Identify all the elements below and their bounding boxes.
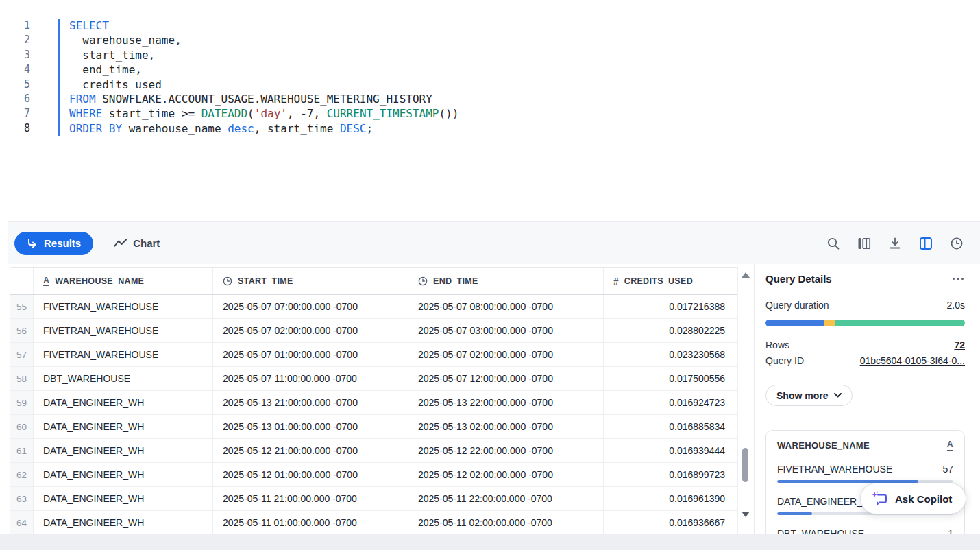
sql-editor[interactable]: 1SELECT2 warehouse_name,3 start_time,4 e… xyxy=(8,0,980,221)
scroll-down-icon[interactable] xyxy=(742,512,750,517)
cell-credits-used[interactable]: 0.016939444 xyxy=(604,439,737,462)
cell-warehouse-name[interactable]: DATA_ENGINEER_WH xyxy=(34,511,213,534)
history-icon xyxy=(950,237,964,250)
rows-count-link[interactable]: 72 xyxy=(954,339,965,350)
row-number: 62 xyxy=(10,463,34,486)
cell-credits-used[interactable]: 0.016924723 xyxy=(604,391,737,414)
cell-end-time[interactable]: 2025-05-11 02:00:00.000 -0700 xyxy=(408,511,604,534)
table-row[interactable]: 55FIVETRAN_WAREHOUSE2025-05-07 07:00:00.… xyxy=(10,295,737,319)
cell-warehouse-name[interactable]: DATA_ENGINEER_WH xyxy=(34,391,213,414)
cell-warehouse-name[interactable]: DATA_ENGINEER_WH xyxy=(34,487,213,510)
number-type-icon: # xyxy=(613,276,619,287)
cell-warehouse-name[interactable]: FIVETRAN_WAREHOUSE xyxy=(34,343,213,366)
cell-end-time[interactable]: 2025-05-13 22:00:00.000 -0700 xyxy=(408,391,604,414)
cell-start-time[interactable]: 2025-05-07 07:00:00.000 -0700 xyxy=(213,295,408,318)
row-number: 63 xyxy=(10,487,34,510)
results-scrollbar[interactable] xyxy=(737,264,754,534)
cell-credits-used[interactable]: 0.028802225 xyxy=(604,319,737,342)
snowflake-worksheet: 1SELECT2 warehouse_name,3 start_time,4 e… xyxy=(0,0,980,550)
tab-chart[interactable]: Chart xyxy=(110,237,164,250)
columns-button[interactable] xyxy=(857,237,871,250)
cell-credits-used[interactable]: 0.023230568 xyxy=(604,343,737,366)
scroll-up-icon[interactable] xyxy=(742,272,750,278)
cell-warehouse-name[interactable]: DATA_ENGINEER_WH xyxy=(34,415,213,438)
cell-end-time[interactable]: 2025-05-07 03:00:00.000 -0700 xyxy=(408,319,604,342)
column-header-credits_used[interactable]: #CREDITS_USED xyxy=(604,268,737,294)
cell-start-time[interactable]: 2025-05-11 01:00:00.000 -0700 xyxy=(213,511,408,534)
show-more-button[interactable]: Show more xyxy=(765,385,853,406)
query-id-link[interactable]: 01bc5604-0105-3f64-0... xyxy=(860,355,965,366)
cell-warehouse-name[interactable]: FIVETRAN_WAREHOUSE xyxy=(34,295,213,318)
history-button[interactable] xyxy=(950,237,964,250)
line-number: 3 xyxy=(8,48,30,62)
split-panel-button[interactable] xyxy=(919,237,933,250)
line-number: 7 xyxy=(8,106,30,121)
code-line[interactable]: 7WHERE start_time >= DATEADD('day', -7, … xyxy=(8,106,980,121)
scrollbar-thumb[interactable] xyxy=(742,448,748,482)
cell-end-time[interactable]: 2025-05-07 12:00:00.000 -0700 xyxy=(408,367,604,390)
table-row[interactable]: 61DATA_ENGINEER_WH2025-05-12 21:00:00.00… xyxy=(10,439,737,463)
cell-credits-used[interactable]: 0.017500556 xyxy=(604,367,737,390)
table-row[interactable]: 60DATA_ENGINEER_WH2025-05-13 01:00:00.00… xyxy=(10,415,737,439)
cell-end-time[interactable]: 2025-05-07 08:00:00.000 -0700 xyxy=(408,295,604,318)
cell-start-time[interactable]: 2025-05-07 01:00:00.000 -0700 xyxy=(213,343,408,366)
cell-credits-used[interactable]: 0.016885834 xyxy=(604,415,737,438)
stat-item[interactable]: FIVETRAN_WAREHOUSE57 xyxy=(777,464,953,483)
cell-end-time[interactable]: 2025-05-12 02:00:00.000 -0700 xyxy=(408,463,604,486)
cell-start-time[interactable]: 2025-05-12 01:00:00.000 -0700 xyxy=(213,463,408,486)
cell-start-time[interactable]: 2025-05-12 21:00:00.000 -0700 xyxy=(213,439,408,462)
code-line[interactable]: 2 warehouse_name, xyxy=(8,33,980,47)
cell-start-time[interactable]: 2025-05-13 21:00:00.000 -0700 xyxy=(213,391,408,414)
cell-end-time[interactable]: 2025-05-11 22:00:00.000 -0700 xyxy=(408,487,604,510)
table-row[interactable]: 59DATA_ENGINEER_WH2025-05-13 21:00:00.00… xyxy=(10,391,737,415)
table-row[interactable]: 62DATA_ENGINEER_WH2025-05-12 01:00:00.00… xyxy=(10,463,737,487)
code-line[interactable]: 8ORDER BY warehouse_name desc, start_tim… xyxy=(8,121,980,136)
duration-label: Query duration xyxy=(765,300,829,311)
cell-credits-used[interactable]: 0.016936667 xyxy=(604,511,737,534)
cell-credits-used[interactable]: 0.017216388 xyxy=(604,295,737,318)
row-number: 60 xyxy=(10,415,34,438)
results-table-area: AWAREHOUSE_NAMESTART_TIMEEND_TIME#CREDIT… xyxy=(8,264,754,534)
cell-warehouse-name[interactable]: DBT_WAREHOUSE xyxy=(34,367,213,390)
code-line[interactable]: 1SELECT xyxy=(8,19,980,33)
column-header-start_time[interactable]: START_TIME xyxy=(213,268,408,294)
table-row[interactable]: 57FIVETRAN_WAREHOUSE2025-05-07 01:00:00.… xyxy=(10,343,737,367)
code-line[interactable]: 4 end_time, xyxy=(8,62,980,77)
code-lines[interactable]: 1SELECT2 warehouse_name,3 start_time,4 e… xyxy=(8,0,980,136)
code-line[interactable]: 3 start_time, xyxy=(8,48,980,62)
cell-start-time[interactable]: 2025-05-07 11:00:00.000 -0700 xyxy=(213,367,408,390)
ellipsis-menu-button[interactable] xyxy=(951,275,966,283)
column-header-end_time[interactable]: END_TIME xyxy=(408,268,604,294)
cell-start-time[interactable]: 2025-05-07 02:00:00.000 -0700 xyxy=(213,319,408,342)
table-row[interactable]: 56FIVETRAN_WAREHOUSE2025-05-07 02:00:00.… xyxy=(10,319,737,343)
tab-results[interactable]: Results xyxy=(14,232,93,255)
line-number: 4 xyxy=(8,62,30,77)
results-tab-label: Results xyxy=(44,237,81,249)
text-type-icon: A xyxy=(43,276,49,287)
line-number: 2 xyxy=(8,33,30,47)
search-button[interactable] xyxy=(826,237,840,250)
column-header-warehouse_name[interactable]: AWAREHOUSE_NAME xyxy=(34,268,213,294)
table-row[interactable]: 58DBT_WAREHOUSE2025-05-07 11:00:00.000 -… xyxy=(10,367,737,391)
cell-end-time[interactable]: 2025-05-12 22:00:00.000 -0700 xyxy=(408,439,604,462)
cell-warehouse-name[interactable]: DATA_ENGINEER_WH xyxy=(34,463,213,486)
copilot-icon xyxy=(871,490,888,507)
cell-start-time[interactable]: 2025-05-11 21:00:00.000 -0700 xyxy=(213,487,408,510)
download-button[interactable] xyxy=(888,237,902,250)
stat-item[interactable]: DBT_WAREHOUSE1 xyxy=(777,528,953,534)
table-header: AWAREHOUSE_NAMESTART_TIMEEND_TIME#CREDIT… xyxy=(10,268,737,295)
table-row[interactable]: 64DATA_ENGINEER_WH2025-05-11 01:00:00.00… xyxy=(10,511,737,534)
cell-end-time[interactable]: 2025-05-07 02:00:00.000 -0700 xyxy=(408,343,604,366)
cell-credits-used[interactable]: 0.016961390 xyxy=(604,487,737,510)
code-line[interactable]: 6FROM SNOWFLAKE.ACCOUNT_USAGE.WAREHOUSE_… xyxy=(8,92,980,106)
cell-end-time[interactable]: 2025-05-13 02:00:00.000 -0700 xyxy=(408,415,604,438)
code-line[interactable]: 5 credits_used xyxy=(8,77,980,92)
stat-item-count: 57 xyxy=(942,464,953,475)
ask-copilot-button[interactable]: Ask Copilot xyxy=(861,483,966,514)
cell-credits-used[interactable]: 0.016899723 xyxy=(604,463,737,486)
column-stats-card: WAREHOUSE_NAME A FIVETRAN_WAREHOUSE57DAT… xyxy=(765,430,965,534)
cell-warehouse-name[interactable]: DATA_ENGINEER_WH xyxy=(34,439,213,462)
cell-warehouse-name[interactable]: FIVETRAN_WAREHOUSE xyxy=(34,319,213,342)
cell-start-time[interactable]: 2025-05-13 01:00:00.000 -0700 xyxy=(213,415,408,438)
table-row[interactable]: 63DATA_ENGINEER_WH2025-05-11 21:00:00.00… xyxy=(10,487,737,511)
